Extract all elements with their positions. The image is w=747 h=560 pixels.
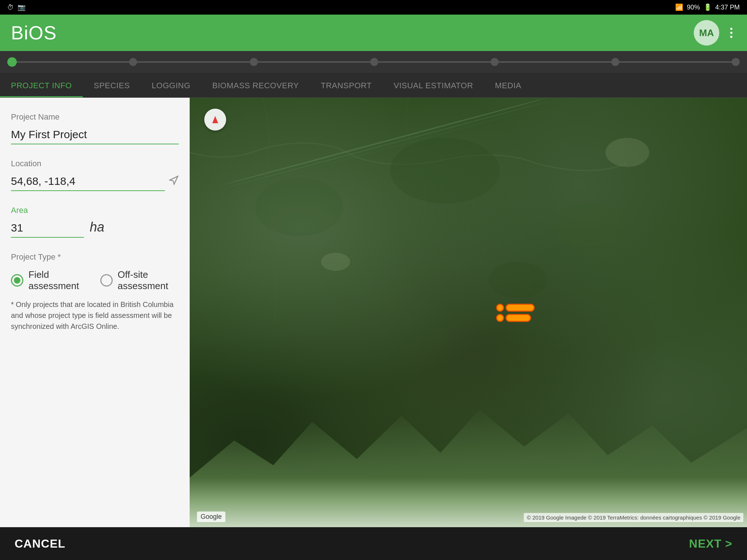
tab-bar: PROJECT INFO SPECIES LOGGING BIOMASS REC… (0, 73, 747, 98)
step-line-5 (499, 61, 611, 63)
svg-point-3 (554, 203, 627, 247)
radio-offsite-assessment[interactable]: Off-site assessment (100, 269, 179, 292)
radio-field-label: Field assessment (28, 269, 82, 292)
radio-field-assessment[interactable]: Field assessment (11, 269, 82, 292)
project-name-input[interactable] (11, 125, 179, 144)
tab-biomass-recovery[interactable]: BIOMASS RECOVERY (201, 81, 310, 97)
status-icon-1: ⏱ (7, 4, 14, 11)
status-bar-left: ⏱ 📷 (7, 3, 26, 11)
radio-group: Field assessment Off-site assessment (11, 269, 179, 292)
tab-visual-estimator[interactable]: VISUAL ESTIMATOR (383, 81, 484, 97)
wifi-icon: 📶 (675, 3, 683, 11)
bottom-bar: CANCEL NEXT > (0, 527, 747, 560)
project-type-label: Project Type * (11, 252, 179, 262)
location-input-row (11, 172, 179, 191)
tab-species[interactable]: SPECIES (83, 81, 141, 97)
tab-logging[interactable]: LOGGING (141, 81, 201, 97)
google-logo-text: Google (201, 513, 222, 520)
step-line-3 (258, 61, 370, 63)
area-group: Area ha (11, 206, 179, 238)
marker-pill-2 (506, 314, 531, 322)
marker-dot-2 (496, 314, 504, 322)
svg-point-5 (605, 138, 649, 167)
tab-project-info[interactable]: PROJECT INFO (0, 81, 83, 97)
svg-point-1 (255, 178, 343, 236)
step-line-2 (137, 61, 249, 63)
svg-point-4 (489, 262, 547, 298)
radio-field-circle[interactable] (11, 274, 23, 287)
map-markers (496, 304, 535, 322)
map-satellite[interactable]: Google © 2019 Google Imagede © 2019 Terr… (190, 98, 747, 527)
project-type-group: Project Type * Field assessment Off-site… (11, 252, 179, 332)
status-icon-2: 📷 (18, 3, 26, 11)
area-label: Area (11, 206, 179, 215)
step-dot-2[interactable] (129, 58, 137, 66)
google-branding: Google (197, 512, 225, 522)
location-label: Location (11, 159, 179, 168)
app-title: BiOS (11, 22, 57, 44)
map-area[interactable]: Google © 2019 Google Imagede © 2019 Terr… (190, 98, 747, 527)
radio-offsite-circle[interactable] (100, 274, 113, 287)
step-dot-7[interactable] (732, 58, 740, 66)
step-line-4 (378, 61, 491, 63)
left-panel: Project Name Location Area ha (0, 98, 190, 527)
svg-point-6 (321, 253, 350, 271)
marker-group (496, 304, 535, 322)
step-dot-5[interactable] (491, 58, 499, 66)
step-dot-3[interactable] (250, 58, 258, 66)
avatar[interactable]: MA (694, 20, 719, 46)
tab-media[interactable]: MEDIA (484, 81, 532, 97)
project-name-label: Project Name (11, 112, 179, 122)
cancel-button[interactable]: CANCEL (15, 537, 65, 551)
step-line-6 (619, 61, 732, 63)
app-bar-actions: MA (694, 20, 736, 46)
step-dot-1[interactable] (7, 57, 17, 67)
step-dot-4[interactable] (370, 58, 378, 66)
location-input[interactable] (11, 172, 165, 191)
status-bar: ⏱ 📷 📶 90% 🔋 4:37 PM (0, 0, 747, 15)
location-group: Location (11, 159, 179, 191)
location-icon[interactable] (169, 175, 179, 188)
tab-transport[interactable]: TRANSPORT (310, 81, 383, 97)
marker-2 (496, 314, 535, 322)
marker-dot-1 (496, 304, 504, 312)
marker-pill-1 (506, 304, 535, 312)
area-input[interactable] (11, 219, 84, 238)
battery-text: 90% (687, 4, 700, 11)
area-row: ha (11, 219, 179, 238)
compass-arrow (212, 116, 218, 123)
step-dot-6[interactable] (611, 58, 619, 66)
map-copyright: © 2019 Google Imagede © 2019 TerraMetric… (524, 513, 743, 522)
svg-point-2 (390, 138, 500, 203)
marker-1 (496, 304, 535, 312)
battery-icon: 🔋 (704, 3, 712, 11)
step-line-1 (17, 61, 129, 63)
main-content: Project Name Location Area ha (0, 98, 747, 527)
disclaimer-text: * Only projects that are located in Brit… (11, 299, 179, 332)
step-progress-bar (0, 51, 747, 73)
radio-offsite-label: Off-site assessment (118, 269, 179, 292)
area-unit-label: ha (90, 219, 104, 235)
next-button[interactable]: NEXT > (689, 537, 732, 551)
compass (204, 109, 226, 131)
app-bar: BiOS MA (0, 15, 747, 51)
status-icons: 📶 90% 🔋 4:37 PM (675, 3, 740, 11)
more-menu-button[interactable] (727, 24, 736, 42)
project-name-group: Project Name (11, 112, 179, 144)
svg-marker-0 (170, 176, 178, 184)
map-svg-overlay (190, 98, 747, 527)
time-display: 4:37 PM (715, 4, 740, 11)
